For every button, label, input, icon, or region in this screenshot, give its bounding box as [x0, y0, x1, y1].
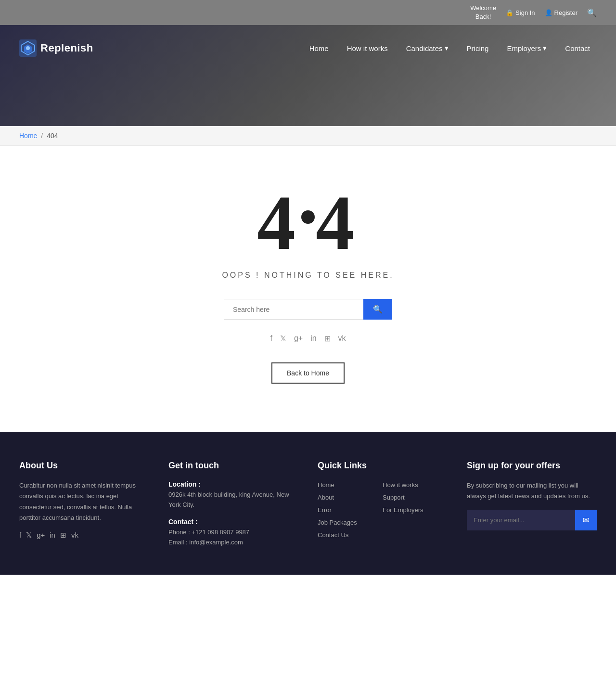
- welcome-text: Welcome Back!: [470, 4, 496, 21]
- footer-link-how-it-works[interactable]: How it works: [383, 481, 418, 489]
- sign-in-link[interactable]: 🔒 Sign In: [506, 9, 535, 16]
- nav-links-list: Home How it works Candidates ▾ Pricing E…: [303, 40, 597, 56]
- nav-candidates[interactable]: Candidates ▾: [399, 40, 455, 56]
- error-digit-left: 4: [257, 180, 300, 266]
- footer-contact-label: Contact :: [168, 518, 298, 526]
- footer-location-text: 0926k 4th block building, king Avenue, N…: [168, 490, 298, 510]
- svg-point-3: [26, 46, 30, 50]
- footer-vk-icon[interactable]: vk: [71, 531, 78, 540]
- facebook-icon[interactable]: f: [270, 334, 272, 343]
- footer-email-text: Email : info@example.com: [168, 538, 298, 548]
- hero-section: Replenish Home How it works Candidates ▾…: [0, 25, 616, 126]
- rss-icon[interactable]: ⊞: [324, 334, 331, 343]
- footer-signup-text: By subscribing to our mailing list you w…: [467, 480, 597, 502]
- logo-icon: [19, 39, 37, 57]
- footer-phone-text: Phone : +121 098 8907 9987: [168, 528, 298, 538]
- lock-icon: 🔒: [506, 9, 513, 16]
- footer-twitter-icon[interactable]: 𝕏: [26, 531, 32, 540]
- breadcrumb-separator: /: [41, 132, 43, 140]
- footer-link-about[interactable]: About: [318, 494, 334, 501]
- email-signup-button[interactable]: ✉: [575, 510, 597, 530]
- footer-social-icons: f 𝕏 g+ in ⊞ vk: [19, 531, 149, 540]
- footer-about-text: Curabitur non nulla sit amet nisinit tem…: [19, 480, 149, 523]
- error-section: 44 Oops ! Nothing to See here. 🔍 f 𝕏 g+ …: [0, 146, 616, 432]
- nav-employers[interactable]: Employers ▾: [500, 40, 553, 56]
- social-icons-row: f 𝕏 g+ in ⊞ vk: [19, 334, 597, 343]
- logo-text: Replenish: [40, 42, 93, 54]
- main-nav: Replenish Home How it works Candidates ▾…: [0, 25, 616, 66]
- footer-about-col: About Us Curabitur non nulla sit amet ni…: [19, 461, 149, 555]
- footer-link-job-packages[interactable]: Job Packages: [318, 519, 357, 526]
- footer-link-support[interactable]: Support: [383, 494, 405, 501]
- candidates-chevron-icon: ▾: [445, 44, 449, 52]
- error-subtitle: Oops ! Nothing to See here.: [19, 271, 597, 280]
- footer-location: Location : 0926k 4th block building, kin…: [168, 480, 298, 510]
- breadcrumb-current: 404: [47, 132, 58, 140]
- error-dot: [301, 210, 315, 224]
- nav-pricing[interactable]: Pricing: [460, 40, 496, 56]
- register-link[interactable]: 👤 Register: [545, 9, 578, 16]
- linkedin-icon[interactable]: in: [310, 334, 316, 343]
- header-search-button[interactable]: 🔍: [587, 8, 597, 17]
- back-to-home-button[interactable]: Back to Home: [271, 362, 345, 384]
- breadcrumb-home-link[interactable]: Home: [19, 132, 37, 140]
- header-top-bar: Welcome Back! 🔒 Sign In 👤 Register 🔍: [0, 0, 616, 25]
- search-input[interactable]: [224, 299, 363, 320]
- footer-facebook-icon[interactable]: f: [19, 531, 21, 540]
- footer-links-col: Quick Links Home About Error Job Package…: [318, 461, 448, 555]
- error-digit-right: 4: [316, 180, 359, 266]
- footer-link-contact-us[interactable]: Contact Us: [318, 531, 348, 539]
- footer-contact-col: Get in touch Location : 0926k 4th block …: [168, 461, 298, 555]
- search-button[interactable]: 🔍: [363, 299, 392, 320]
- footer-links-title: Quick Links: [318, 461, 448, 471]
- footer-link-for-employers[interactable]: For Employers: [383, 506, 424, 514]
- footer-signup-title: Sign up for your offers: [467, 461, 597, 471]
- footer-contact-info: Contact : Phone : +121 098 8907 9987 Ema…: [168, 518, 298, 548]
- footer-link-home[interactable]: Home: [318, 481, 334, 489]
- email-signup-form: ✉: [467, 510, 597, 530]
- nav-how-it-works[interactable]: How it works: [340, 40, 395, 56]
- footer-contact-title: Get in touch: [168, 461, 298, 471]
- breadcrumb: Home / 404: [0, 126, 616, 146]
- search-box: 🔍: [19, 299, 597, 320]
- error-number-display: 44: [19, 184, 597, 261]
- footer: About Us Curabitur non nulla sit amet ni…: [0, 432, 616, 574]
- footer-link-error[interactable]: Error: [318, 506, 332, 514]
- nav-home[interactable]: Home: [303, 40, 335, 56]
- footer-grid: About Us Curabitur non nulla sit amet ni…: [19, 461, 597, 555]
- footer-links-grid: Home About Error Job Packages Contact Us…: [318, 480, 448, 543]
- footer-links-col1: Home About Error Job Packages Contact Us: [318, 480, 383, 543]
- nav-contact[interactable]: Contact: [558, 40, 597, 56]
- footer-linkedin-icon[interactable]: in: [50, 531, 55, 540]
- email-signup-input[interactable]: [467, 510, 575, 530]
- footer-location-label: Location :: [168, 480, 298, 488]
- user-icon: 👤: [545, 9, 552, 16]
- employers-chevron-icon: ▾: [543, 44, 547, 52]
- footer-rss-icon[interactable]: ⊞: [60, 531, 66, 540]
- footer-links-col2: How it works Support For Employers: [383, 480, 448, 543]
- logo-link[interactable]: Replenish: [19, 39, 93, 57]
- vk-icon[interactable]: vk: [338, 334, 346, 343]
- footer-about-title: About Us: [19, 461, 149, 471]
- googleplus-icon[interactable]: g+: [294, 334, 303, 343]
- footer-signup-col: Sign up for your offers By subscribing t…: [467, 461, 597, 555]
- twitter-icon[interactable]: 𝕏: [280, 334, 286, 343]
- footer-gplus-icon[interactable]: g+: [37, 531, 45, 540]
